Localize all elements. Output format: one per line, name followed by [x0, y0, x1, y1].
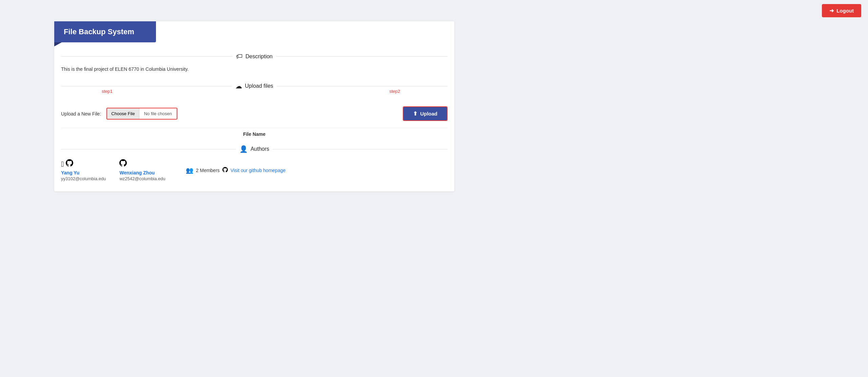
github-icon-sm	[222, 167, 228, 174]
authors-list:  Yang Yu yy3102@columbia.edu Wenxiang Z…	[61, 159, 448, 181]
upload-cloud-icon: ☁	[235, 82, 242, 90]
logout-icon: ➜	[829, 7, 834, 14]
authors-divider: 👤 Authors	[61, 145, 448, 153]
authors-line-right	[273, 149, 448, 149]
upload-line-right	[277, 86, 448, 86]
description-line-right	[276, 56, 448, 57]
upload-section-title: ☁ Upload files	[235, 82, 273, 90]
members-icon: 👥	[186, 167, 193, 174]
author2-email: wz2542@columbia.edu	[119, 176, 165, 181]
app-title: File Backup System	[64, 27, 134, 36]
top-bar: ➜ Logout	[0, 0, 868, 21]
description-section-title: 🏷 Description	[236, 53, 273, 60]
description-icon: 🏷	[236, 53, 243, 60]
author1-github-icon: 	[61, 159, 106, 169]
file-input-wrapper: Choose File No file chosen	[106, 108, 177, 120]
logout-label: Logout	[836, 8, 854, 14]
author1-name[interactable]: Yang Yu	[61, 170, 106, 175]
author1-email: yy3102@columbia.edu	[61, 176, 106, 181]
choose-file-button[interactable]: Choose File	[107, 108, 139, 119]
description-title-text: Description	[245, 54, 273, 60]
title-banner: File Backup System	[54, 21, 156, 42]
step1-label: step1	[102, 89, 113, 94]
upload-button[interactable]: ⬆ Upload	[403, 107, 447, 120]
file-name-label: File Name	[61, 131, 448, 137]
main-container: File Backup System 🏷 Description This is…	[54, 21, 454, 191]
members-info: 👥 2 Members Visit our github homepage	[186, 167, 285, 174]
members-count: 2 Members	[196, 168, 220, 173]
author2-name[interactable]: Wenxiang Zhou	[119, 170, 165, 175]
description-line-left	[61, 56, 233, 57]
upload-row-inner: Upload a New File: Choose File No file c…	[61, 106, 448, 121]
github-link[interactable]: Visit our github homepage	[231, 168, 285, 173]
upload-btn-icon: ⬆	[413, 110, 417, 117]
upload-line-left	[61, 86, 232, 86]
authors-title-text: Authors	[251, 146, 269, 152]
description-text: This is the final project of ELEN 6770 i…	[61, 66, 448, 72]
step2-label: step2	[389, 89, 400, 94]
upload-btn-wrapper: ⬆ Upload	[403, 106, 448, 121]
upload-title-text: Upload files	[245, 83, 273, 89]
upload-btn-label: Upload	[420, 111, 437, 117]
authors-section-title: 👤 Authors	[239, 145, 269, 153]
authors-icon: 👤	[239, 145, 248, 153]
authors-row:  Yang Yu yy3102@columbia.edu Wenxiang Z…	[61, 159, 448, 181]
file-name-section: File Name	[61, 128, 448, 137]
choose-file-label: Choose File	[111, 111, 135, 116]
logout-button[interactable]: ➜ Logout	[822, 4, 861, 17]
description-divider: 🏷 Description	[61, 53, 448, 60]
author-card-1:  Yang Yu yy3102@columbia.edu	[61, 159, 106, 181]
upload-new-file-label: Upload a New File:	[61, 111, 101, 117]
no-file-text: No file chosen	[139, 108, 177, 119]
authors-line-left	[61, 149, 236, 149]
upload-row: step1 step2 Upload a New File: Choose Fi…	[61, 96, 448, 121]
author-card-2: Wenxiang Zhou wz2542@columbia.edu	[119, 159, 165, 181]
author2-github-icon	[119, 159, 165, 169]
